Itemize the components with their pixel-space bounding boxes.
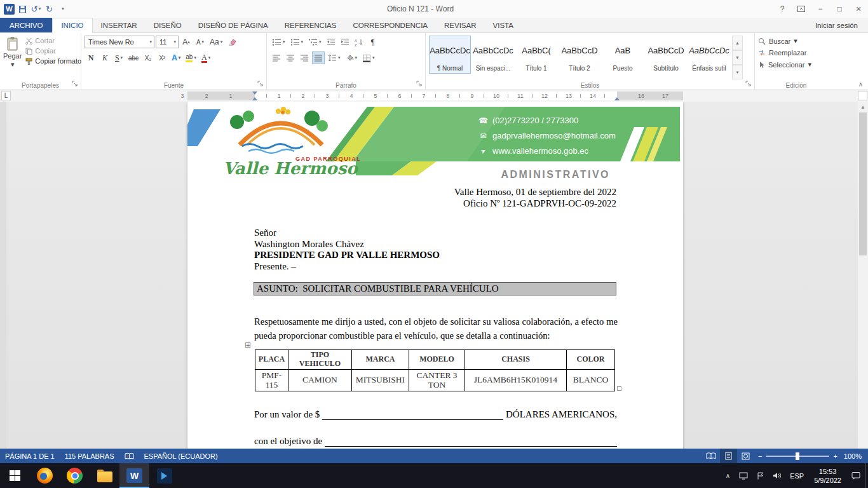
- tab-referencias[interactable]: REFERENCIAS: [276, 18, 345, 32]
- sort-button[interactable]: AZ: [353, 36, 365, 48]
- collapse-ribbon-button[interactable]: ∧: [858, 81, 863, 88]
- minimize-button[interactable]: −: [811, 0, 830, 18]
- scrollbar-thumb[interactable]: [859, 112, 867, 255]
- print-layout-button[interactable]: [720, 449, 737, 463]
- style-normal[interactable]: AaBbCcDc¶ Normal: [429, 36, 471, 74]
- help-button[interactable]: ?: [773, 0, 792, 18]
- taskbar-firefox[interactable]: [30, 463, 60, 488]
- scroll-up-button[interactable]: ▲: [858, 102, 868, 112]
- align-right-button[interactable]: [298, 51, 311, 64]
- taskbar-word[interactable]: W: [119, 463, 149, 488]
- maximize-button[interactable]: □: [830, 0, 849, 18]
- zoom-slider[interactable]: [766, 456, 829, 457]
- multilevel-list-button[interactable]: ▾: [306, 36, 323, 48]
- web-layout-button[interactable]: [737, 449, 754, 463]
- tray-language[interactable]: ESP: [785, 463, 808, 488]
- table-move-handle[interactable]: ⊞: [245, 341, 251, 349]
- cut-button[interactable]: Cortar: [25, 37, 81, 44]
- borders-button[interactable]: ▾: [360, 51, 377, 64]
- decrease-indent-button[interactable]: [325, 36, 337, 48]
- hanging-indent-marker[interactable]: [252, 97, 257, 100]
- increase-indent-button[interactable]: [339, 36, 351, 48]
- text-effects-button[interactable]: A▾: [170, 51, 182, 64]
- font-family-combo[interactable]: Times New Ro▾: [85, 36, 154, 48]
- style-titulo-2[interactable]: AaBbCcDTítulo 2: [559, 36, 600, 74]
- ribbon-display-options-button[interactable]: [792, 0, 811, 18]
- strikethrough-button[interactable]: abc: [126, 51, 140, 64]
- select-button[interactable]: Seleccionar ▾: [758, 60, 834, 69]
- vertical-scrollbar[interactable]: ▲: [858, 102, 868, 449]
- document-page[interactable]: GAD PARROQUIAL Valle Hermoso ☎(02)277322…: [187, 102, 683, 449]
- language-indicator[interactable]: ESPAÑOL (ECUADOR): [139, 449, 223, 463]
- show-hidden-icons-button[interactable]: ∧: [721, 463, 735, 488]
- close-button[interactable]: ×: [849, 0, 868, 18]
- find-button[interactable]: Buscar ▾: [758, 37, 834, 45]
- font-size-combo[interactable]: 11▾: [156, 36, 179, 48]
- styles-more-button[interactable]: ▾: [732, 65, 743, 79]
- tab-insertar[interactable]: INSERTAR: [93, 18, 146, 32]
- change-case-button[interactable]: Aa▾: [208, 36, 224, 48]
- align-center-button[interactable]: [284, 51, 297, 64]
- tab-vista[interactable]: VISTA: [485, 18, 522, 32]
- style-titulo-1[interactable]: AaBbC(Título 1: [515, 36, 557, 74]
- tab-stop-selector[interactable]: L: [1, 91, 11, 100]
- styles-scroll-down-button[interactable]: ▼: [732, 50, 743, 65]
- paragraph-dialog-launcher[interactable]: [416, 81, 423, 88]
- highlight-color-button[interactable]: ab▾: [184, 51, 198, 64]
- tab-archivo[interactable]: ARCHIVO: [0, 18, 52, 32]
- customize-qat-button[interactable]: ▾: [57, 3, 68, 15]
- style-subtitulo[interactable]: AaBbCcDSubtítulo: [645, 36, 687, 74]
- page-indicator[interactable]: PÁGINA 1 DE 1: [0, 449, 60, 463]
- show-desktop-button[interactable]: [865, 463, 868, 488]
- shading-button[interactable]: ▾: [344, 51, 360, 64]
- shrink-font-button[interactable]: A▾: [194, 36, 207, 48]
- sign-in-link[interactable]: Iniciar sesión: [815, 18, 868, 32]
- tray-clock[interactable]: 15:53 5/9/2022: [808, 463, 847, 488]
- style-sin-espaciado[interactable]: AaBbCcDcSin espaci...: [472, 36, 514, 74]
- zoom-in-button[interactable]: +: [833, 452, 837, 460]
- bullets-button[interactable]: ▾: [270, 36, 287, 48]
- taskbar-chrome[interactable]: [60, 463, 90, 488]
- underline-button[interactable]: S▾: [112, 51, 125, 64]
- word-count[interactable]: 115 PALABRAS: [60, 449, 119, 463]
- italic-button[interactable]: K: [98, 51, 111, 64]
- tray-display-icon[interactable]: [735, 463, 752, 488]
- horizontal-ruler[interactable]: 3 2 1 1 2 3 4 5 6 7 8 9 10 11 12 13 14 1…: [187, 92, 683, 100]
- zoom-percentage[interactable]: 100%: [841, 452, 868, 460]
- grow-font-button[interactable]: A▴: [180, 36, 193, 48]
- table-resize-handle[interactable]: [617, 386, 621, 391]
- styles-dialog-launcher[interactable]: [745, 81, 752, 88]
- zoom-out-button[interactable]: −: [758, 452, 762, 460]
- superscript-button[interactable]: X²: [156, 51, 168, 64]
- subscript-button[interactable]: X₂: [142, 51, 154, 64]
- undo-button[interactable]: ↺▾: [31, 3, 41, 15]
- line-spacing-button[interactable]: ▾: [326, 51, 342, 64]
- copy-button[interactable]: Copiar: [25, 47, 81, 55]
- taskbar-file-explorer[interactable]: [90, 463, 119, 488]
- replace-button[interactable]: Reemplazar: [758, 49, 834, 57]
- style-enfasis-sutil[interactable]: AaBbCcDcÉnfasis sutil: [688, 36, 730, 74]
- proofing-status[interactable]: [119, 449, 139, 463]
- style-puesto[interactable]: AaBPuesto: [602, 36, 644, 74]
- first-line-indent-marker[interactable]: [252, 92, 257, 95]
- clear-formatting-button[interactable]: [226, 36, 238, 48]
- format-painter-button[interactable]: Copiar formato: [25, 57, 81, 65]
- tab-diseno[interactable]: DISEÑO: [146, 18, 190, 32]
- bold-button[interactable]: N: [85, 51, 97, 64]
- action-center-button[interactable]: [847, 463, 865, 488]
- zoom-slider-thumb[interactable]: [796, 452, 799, 460]
- redo-button[interactable]: ↻: [44, 3, 55, 15]
- show-marks-button[interactable]: ¶: [367, 36, 379, 48]
- tab-revisar[interactable]: REVISAR: [436, 18, 485, 32]
- tab-diseno-de-pagina[interactable]: DISEÑO DE PÁGINA: [190, 18, 276, 32]
- justify-button[interactable]: [312, 51, 325, 64]
- save-button[interactable]: [17, 3, 28, 15]
- tab-inicio[interactable]: INICIO: [52, 18, 92, 33]
- font-dialog-launcher[interactable]: [257, 81, 264, 88]
- taskbar-media-app[interactable]: [149, 463, 179, 488]
- tray-flag-icon[interactable]: [752, 463, 768, 488]
- start-button[interactable]: [0, 463, 30, 488]
- tab-correspondencia[interactable]: CORRESPONDENCIA: [344, 18, 436, 32]
- right-indent-marker[interactable]: [614, 97, 620, 100]
- align-left-button[interactable]: [270, 51, 283, 64]
